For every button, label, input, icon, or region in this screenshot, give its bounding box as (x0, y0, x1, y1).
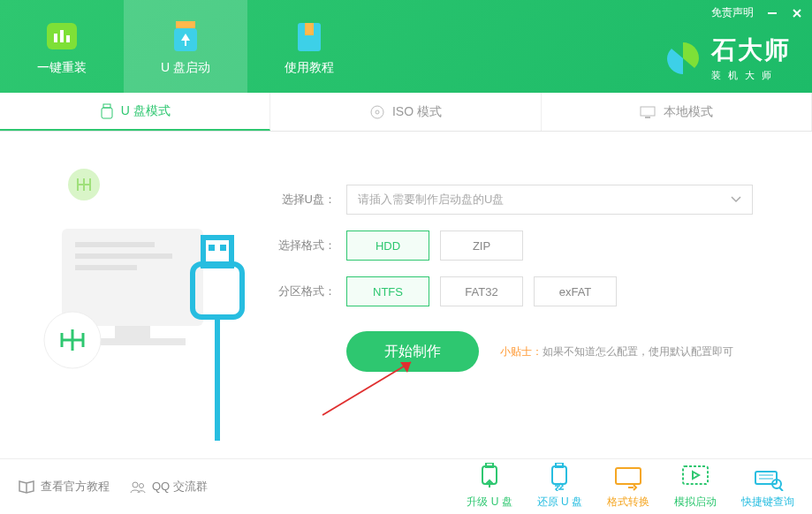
form-area: 选择U盘： 请插入需要制作启动盘的U盘 选择格式： HDD ZIP 分区格式： … (256, 132, 812, 458)
tab-iso-mode[interactable]: ISO 模式 (270, 93, 541, 131)
format-convert-action[interactable]: 格式转换 (607, 463, 649, 510)
svg-rect-4 (176, 21, 195, 28)
nav-label: 使用教程 (285, 60, 334, 76)
svg-rect-27 (209, 245, 215, 251)
footer: 查看官方教程 QQ 交流群 升级 U 盘 还原 U 盘 格式转换 模拟启动 快捷… (0, 458, 812, 513)
tip-text: 如果不知道怎么配置，使用默认配置即可 (543, 345, 733, 358)
chart-icon (43, 18, 80, 55)
usb-icon (100, 103, 114, 119)
svg-rect-3 (66, 35, 70, 42)
start-button[interactable]: 开始制作 (346, 331, 479, 372)
hotkey-query-action[interactable]: 快捷键查询 (741, 463, 794, 510)
close-button[interactable] (791, 7, 803, 19)
svg-rect-37 (556, 463, 563, 467)
upgrade-usb-action[interactable]: 升级 U 盘 (467, 463, 512, 510)
book-icon (291, 18, 328, 55)
main-content: 选择U盘： 请插入需要制作启动盘的U盘 选择格式： HDD ZIP 分区格式： … (0, 132, 812, 458)
partition-option-fat32[interactable]: FAT32 (440, 276, 523, 306)
chevron-down-icon (731, 196, 741, 203)
minimize-button[interactable] (766, 7, 778, 19)
format-option-hdd[interactable]: HDD (346, 231, 429, 261)
svg-point-14 (376, 110, 379, 114)
svg-rect-36 (552, 466, 566, 484)
svg-rect-35 (486, 463, 493, 467)
format-option-zip[interactable]: ZIP (440, 231, 523, 261)
brand-logo-icon (664, 39, 702, 78)
svg-rect-20 (75, 253, 172, 259)
svg-rect-15 (641, 107, 655, 116)
nav-reinstall[interactable]: 一键重装 (0, 0, 124, 93)
window-controls: 免责声明 (711, 5, 803, 20)
restore-usb-action[interactable]: 还原 U 盘 (537, 463, 582, 510)
svg-rect-22 (115, 326, 150, 338)
sub-tabs: U 盘模式 ISO 模式 本地模式 (0, 93, 812, 132)
select-udisk-label: 选择U盘： (274, 192, 336, 208)
svg-point-32 (133, 482, 138, 488)
svg-rect-21 (75, 265, 137, 270)
tab-label: ISO 模式 (392, 104, 442, 120)
simulate-boot-action[interactable]: 模拟启动 (674, 463, 717, 510)
header: 一键重装 U 盘启动 使用教程 免责声明 石大师 装机大师 (0, 0, 812, 93)
svg-point-33 (140, 483, 144, 488)
svg-rect-1 (54, 34, 57, 42)
partition-option-exfat[interactable]: exFAT (534, 276, 617, 306)
brand-title: 石大师 (711, 34, 791, 67)
nav-usb-boot[interactable]: U 盘启动 (124, 0, 247, 93)
svg-point-13 (371, 106, 383, 118)
disclaimer-link[interactable]: 免责声明 (711, 5, 754, 20)
tip: 小贴士：如果不知道怎么配置，使用默认配置即可 (500, 344, 733, 359)
tab-local-mode[interactable]: 本地模式 (542, 93, 812, 131)
official-tutorial-link[interactable]: 查看官方教程 (18, 479, 110, 495)
brand-subtitle: 装机大师 (711, 69, 791, 82)
qq-group-link[interactable]: QQ 交流群 (129, 479, 208, 495)
tip-label: 小贴士： (500, 345, 543, 358)
tab-label: U 盘模式 (121, 103, 171, 119)
partition-label: 分区格式： (274, 283, 336, 299)
illustration (0, 132, 256, 458)
svg-line-44 (779, 488, 783, 491)
nav-label: U 盘启动 (161, 60, 210, 76)
svg-rect-12 (102, 108, 112, 118)
group-icon (129, 480, 147, 494)
svg-rect-38 (616, 468, 641, 484)
svg-rect-19 (75, 242, 155, 247)
select-placeholder: 请插入需要制作启动盘的U盘 (358, 192, 504, 208)
format-label: 选择格式： (274, 238, 336, 253)
svg-rect-28 (220, 245, 226, 251)
usb-boot-icon (167, 18, 204, 55)
tab-usb-mode[interactable]: U 盘模式 (0, 93, 270, 131)
monitor-icon (639, 105, 656, 119)
book-open-icon (18, 480, 35, 494)
svg-rect-2 (60, 30, 64, 42)
iso-icon (369, 104, 385, 120)
nav-label: 一键重装 (37, 60, 87, 76)
udisk-select[interactable]: 请插入需要制作启动盘的U盘 (346, 185, 753, 215)
svg-rect-39 (683, 466, 708, 484)
partition-option-ntfs[interactable]: NTFS (346, 276, 429, 306)
brand: 石大师 装机大师 (664, 34, 791, 82)
svg-rect-11 (103, 104, 110, 108)
tab-label: 本地模式 (664, 104, 713, 120)
nav-tutorial[interactable]: 使用教程 (247, 0, 371, 93)
